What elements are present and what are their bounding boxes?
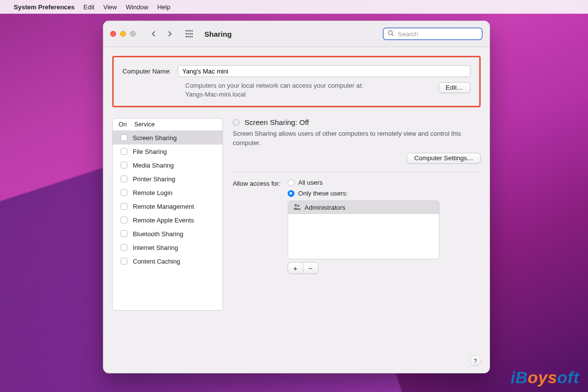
- back-button[interactable]: [147, 28, 160, 40]
- computer-name-subtext-2: Yangs-Mac-mini.local: [185, 91, 245, 98]
- radio-all-users-label: All users: [298, 179, 323, 186]
- svg-point-0: [186, 30, 187, 32]
- svg-point-12: [389, 31, 392, 35]
- service-row-label: Remote Login: [133, 189, 172, 196]
- traffic-lights: [110, 31, 136, 37]
- service-toggle-checkbox[interactable]: [121, 134, 127, 141]
- users-list[interactable]: Administrators: [288, 200, 440, 259]
- service-row[interactable]: Remote Login: [113, 186, 222, 199]
- show-all-icon[interactable]: [184, 28, 195, 39]
- help-button[interactable]: ?: [470, 355, 481, 366]
- computer-name-input[interactable]: [178, 65, 470, 77]
- menubar-item-window[interactable]: Window: [126, 3, 148, 11]
- svg-point-4: [186, 33, 187, 35]
- service-toggle-checkbox[interactable]: [121, 230, 127, 237]
- svg-point-5: [188, 33, 189, 35]
- service-row[interactable]: Printer Sharing: [113, 172, 222, 186]
- allow-access-label: Allow access for:: [233, 179, 281, 274]
- service-row-label: Media Sharing: [133, 162, 174, 169]
- remove-user-button[interactable]: −: [303, 263, 318, 273]
- service-toggle-checkbox[interactable]: [121, 189, 127, 196]
- window-title: Sharing: [204, 30, 232, 38]
- svg-point-14: [294, 204, 297, 207]
- divider: [233, 172, 481, 172]
- close-icon[interactable]: [110, 31, 116, 37]
- computer-name-section: Computer Name: Computers on your local n…: [112, 56, 481, 107]
- edit-button[interactable]: Edit…: [439, 82, 470, 93]
- watermark: iBoysoft: [511, 368, 579, 387]
- computer-name-label: Computer Name:: [122, 68, 171, 75]
- service-toggle-checkbox[interactable]: [121, 244, 127, 251]
- service-row[interactable]: File Sharing: [113, 145, 222, 158]
- service-row-label: Screen Sharing: [133, 134, 177, 142]
- service-detail-pane: Screen Sharing: Off Screen Sharing allow…: [233, 118, 481, 274]
- search-icon: [388, 30, 394, 38]
- service-status-description: Screen Sharing allows users of other com…: [233, 129, 463, 148]
- service-row[interactable]: Remote Apple Events: [113, 213, 222, 227]
- users-icon: [293, 203, 301, 212]
- svg-point-2: [190, 30, 191, 32]
- radio-only-users[interactable]: [288, 190, 294, 197]
- svg-point-1: [188, 30, 189, 32]
- user-row[interactable]: Administrators: [288, 201, 439, 214]
- service-status-title: Screen Sharing: Off: [245, 118, 309, 126]
- service-row[interactable]: Internet Sharing: [113, 241, 222, 254]
- service-row[interactable]: Bluetooth Sharing: [113, 227, 222, 241]
- search-input[interactable]: [397, 30, 481, 38]
- service-status-indicator: [233, 119, 240, 126]
- services-header-on: On: [119, 121, 134, 128]
- radio-only-users-label: Only these users:: [298, 190, 348, 197]
- service-row-label: Bluetooth Sharing: [133, 230, 183, 238]
- service-row-label: Content Caching: [133, 258, 180, 265]
- svg-point-10: [190, 36, 191, 38]
- menubar-app-name[interactable]: System Preferences: [14, 3, 74, 11]
- service-row[interactable]: Content Caching: [113, 254, 222, 268]
- svg-line-13: [392, 34, 393, 36]
- user-row-label: Administrators: [305, 204, 345, 211]
- minimize-icon[interactable]: [120, 31, 126, 37]
- svg-point-6: [190, 33, 191, 35]
- services-list: On Service Screen SharingFile SharingMed…: [112, 118, 223, 311]
- service-toggle-checkbox[interactable]: [121, 203, 127, 210]
- service-row-label: File Sharing: [133, 148, 167, 155]
- service-row-label: Printer Sharing: [133, 175, 175, 183]
- service-toggle-checkbox[interactable]: [121, 148, 127, 155]
- service-row[interactable]: Screen Sharing: [113, 131, 222, 145]
- service-row[interactable]: Media Sharing: [113, 158, 222, 172]
- service-row-label: Internet Sharing: [133, 244, 178, 251]
- service-toggle-checkbox[interactable]: [121, 217, 127, 223]
- services-header-service: Service: [134, 121, 155, 128]
- svg-point-7: [192, 33, 193, 35]
- window-toolbar: Sharing: [103, 21, 490, 47]
- services-header: On Service: [113, 119, 222, 131]
- service-toggle-checkbox[interactable]: [121, 162, 127, 169]
- svg-point-3: [192, 30, 193, 32]
- menubar: System Preferences Edit View Window Help: [0, 0, 588, 14]
- menubar-item-edit[interactable]: Edit: [83, 3, 94, 11]
- svg-point-9: [188, 36, 189, 38]
- svg-point-15: [297, 205, 299, 207]
- service-toggle-checkbox[interactable]: [121, 175, 127, 182]
- zoom-icon[interactable]: [130, 31, 136, 37]
- svg-point-8: [186, 36, 187, 38]
- search-field[interactable]: [383, 27, 483, 40]
- menubar-item-help[interactable]: Help: [157, 3, 171, 11]
- computer-settings-button[interactable]: Computer Settings…: [407, 153, 481, 164]
- preferences-window: Sharing Computer Name: Computers on you: [103, 21, 490, 373]
- service-toggle-checkbox[interactable]: [121, 258, 127, 265]
- menubar-item-view[interactable]: View: [103, 3, 117, 11]
- forward-button[interactable]: [163, 28, 176, 40]
- service-row[interactable]: Remote Management: [113, 199, 222, 213]
- add-remove-segment: + −: [288, 262, 318, 274]
- computer-name-subtext-1: Computers on your local network can acce…: [185, 82, 363, 89]
- service-row-label: Remote Management: [133, 203, 194, 210]
- svg-point-11: [192, 36, 193, 38]
- radio-all-users[interactable]: [288, 179, 294, 186]
- add-user-button[interactable]: +: [288, 263, 303, 273]
- service-row-label: Remote Apple Events: [133, 217, 194, 224]
